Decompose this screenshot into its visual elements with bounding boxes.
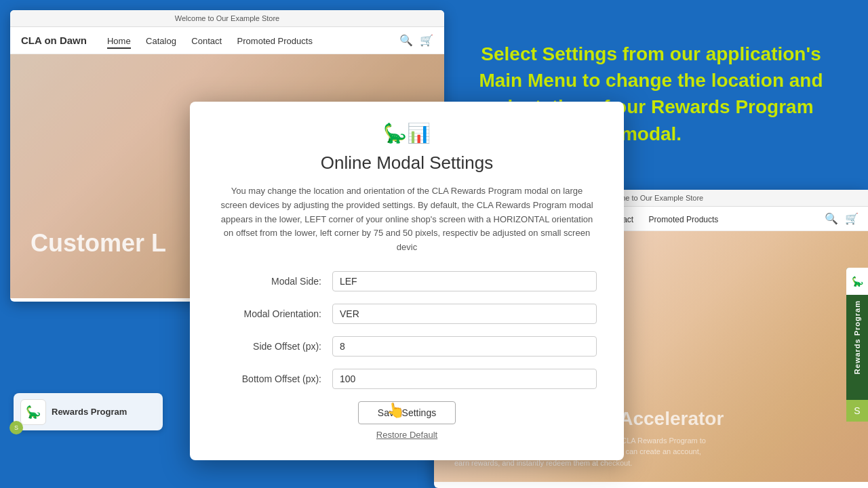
modal-logo: 🦕📊 — [217, 122, 597, 144]
cart-icon[interactable]: 🛒 — [420, 34, 433, 47]
save-settings-button[interactable]: Save Settings — [358, 401, 456, 424]
rewards-badge-icon: 🦕 S — [20, 399, 46, 425]
rewards-widget-text: Rewards Program — [853, 295, 861, 380]
right-search-icon[interactable]: 🔍 — [825, 212, 838, 225]
left-nav-home[interactable]: Home — [107, 36, 131, 49]
modal-orientation-label: Modal Orientation: — [217, 308, 332, 319]
bottom-offset-input[interactable] — [332, 369, 597, 389]
shopify-badge-icon: S — [9, 421, 23, 434]
right-cart-icon[interactable]: 🛒 — [845, 212, 859, 225]
right-browser-icons: 🔍 🛒 — [825, 212, 859, 225]
left-browser-logo: CLA on Dawn — [21, 35, 87, 46]
bottom-offset-label: Bottom Offset (px): — [217, 373, 332, 384]
modal-orientation-row: Modal Orientation: VER HORIZONTAL — [217, 304, 597, 324]
side-offset-input[interactable] — [332, 336, 597, 357]
modal-dino-icon: 🦕📊 — [383, 123, 431, 144]
modal-side-label: Modal Side: — [217, 276, 332, 287]
left-nav-catalog[interactable]: Catalog — [146, 36, 176, 46]
modal-side-row: Modal Side: LEF RIGHT — [217, 271, 597, 291]
side-offset-row: Side Offset (px): — [217, 336, 597, 357]
hero-decorative-items — [608, 231, 868, 482]
rewards-widget-logo: 🦕 — [846, 268, 868, 295]
left-browser-bar: Welcome to Our Example Store — [10, 10, 444, 27]
modal-orientation-select[interactable]: VER HORIZONTAL — [332, 304, 597, 324]
modal-side-select[interactable]: LEF RIGHT — [332, 271, 597, 291]
left-nav-promoted[interactable]: Promoted Products — [237, 36, 313, 46]
cursor-pointer: 👆 — [385, 401, 406, 421]
hero-text: Customer L — [31, 229, 166, 258]
bottom-offset-row: Bottom Offset (px): — [217, 369, 597, 389]
left-browser-nav-links: Home Catalog Contact Promoted Products — [107, 35, 325, 47]
left-browser-icons: 🔍 🛒 — [399, 34, 433, 47]
rewards-badge-left[interactable]: 🦕 S Rewards Program — [14, 393, 163, 430]
search-icon[interactable]: 🔍 — [399, 34, 413, 47]
modal-description: You may change the location and orientat… — [217, 184, 597, 255]
shopify-bottom-icon[interactable]: S — [846, 400, 868, 422]
left-browser-nav: CLA on Dawn Home Catalog Contact Promote… — [10, 27, 444, 54]
left-browser-bar-text: Welcome to Our Example Store — [175, 14, 279, 22]
modal-dialog: 🦕📊 Online Modal Settings You may change … — [190, 102, 624, 460]
rewards-widget-dino-icon: 🦕 — [852, 276, 863, 287]
dino-icon: 🦕 — [26, 405, 41, 420]
restore-defaults-button[interactable]: Restore Default — [376, 430, 437, 440]
side-offset-label: Side Offset (px): — [217, 341, 332, 352]
modal-title: Online Modal Settings — [217, 152, 597, 174]
rewards-badge-label: Rewards Program — [52, 407, 127, 417]
rewards-widget-right[interactable]: 🦕 Rewards Program — [846, 268, 868, 403]
left-nav-contact[interactable]: Contact — [191, 36, 222, 46]
right-nav-promoted[interactable]: Promoted Products — [649, 215, 719, 224]
